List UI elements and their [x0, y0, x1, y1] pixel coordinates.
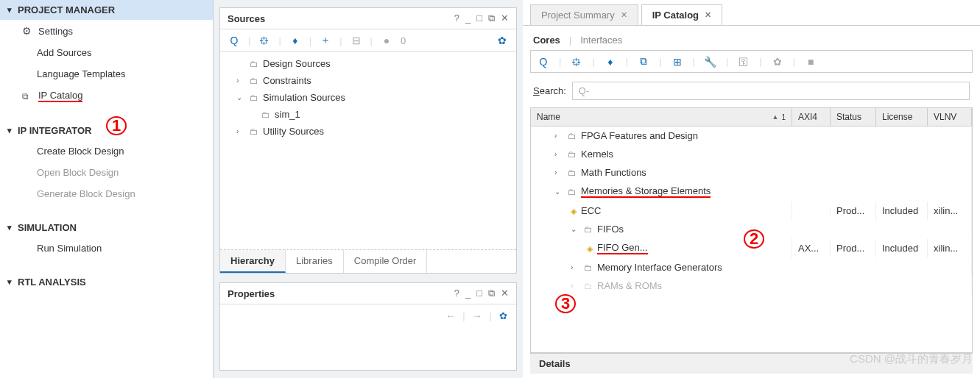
restore-icon[interactable]: □ [476, 288, 482, 299]
restore-icon[interactable]: □ [476, 13, 482, 24]
ip-folder-memories[interactable]: ⌄🗀Memories & Storage Elements [531, 182, 972, 202]
nav-run-simulation[interactable]: Run Simulation [0, 238, 213, 259]
search-input[interactable]: Q- [572, 82, 970, 100]
panel-title: Properties [228, 288, 275, 299]
search-icon[interactable]: Q [537, 56, 550, 68]
stop-icon[interactable]: ■ [804, 56, 817, 68]
col-license[interactable]: License [876, 108, 928, 126]
expand-icon[interactable]: ♦ [604, 56, 617, 68]
tree-sim-1[interactable]: 🗀 sim_1 [220, 106, 516, 123]
wrench-icon[interactable]: 🔧 [704, 56, 717, 68]
tab-ip-catalog[interactable]: IP Catalog ✕ [641, 4, 722, 25]
chevron-down-icon: ▾ [7, 126, 12, 135]
ip-item-fifo-generator[interactable]: FIFO Gen... AX... Prod... Included xilin… [531, 238, 972, 258]
ip-grid-header: Name ▲ 1 AXI4 Status License VLNV [530, 107, 973, 126]
circle-icon[interactable]: ● [380, 35, 393, 46]
tree-simulation-sources[interactable]: ⌄ 🗀 Simulation Sources [220, 89, 516, 106]
help-icon[interactable]: ? [454, 13, 459, 24]
folder-icon: 🗀 [250, 126, 258, 137]
ip-grid-body: ›🗀FPGA Features and Design ›🗀Kernels ›🗀M… [530, 126, 973, 353]
close-icon[interactable]: ✕ [621, 10, 627, 20]
close-icon[interactable]: ✕ [501, 13, 509, 24]
col-axi4[interactable]: AXI4 [792, 108, 831, 126]
sources-tree: 🗀 Design Sources › 🗀 Constraints ⌄ 🗀 Sim… [220, 52, 516, 249]
key-icon[interactable]: ⚿ [737, 56, 750, 68]
add-icon[interactable]: ＋ [319, 34, 332, 47]
ip-chip-icon [571, 205, 577, 216]
customize-icon[interactable]: ⊞ [671, 56, 684, 68]
subtab-interfaces[interactable]: Interfaces [580, 35, 622, 46]
nav-label: Generate Block Design [37, 188, 135, 199]
details-header[interactable]: Details [530, 353, 973, 374]
chevron-right-icon: › [236, 76, 245, 85]
ip-folder-row[interactable]: ›🗀Memory Interface Generators [531, 258, 972, 277]
section-label: RTL ANALYSIS [18, 277, 86, 288]
maximize-icon[interactable]: ⧉ [488, 288, 495, 299]
tree-utility-sources[interactable]: › 🗀 Utility Sources [220, 123, 516, 140]
tree-label: Constraints [263, 75, 311, 86]
ip-folder-row[interactable]: ›🗀Kernels [531, 145, 972, 163]
collapse-all-icon[interactable]: ⯐ [258, 35, 271, 46]
close-icon[interactable]: ✕ [501, 288, 509, 299]
nav-open-block-design[interactable]: Open Block Design [0, 162, 213, 183]
close-icon[interactable]: ✕ [705, 10, 711, 20]
nav-label: Create Block Design [37, 146, 124, 157]
nav-ip-catalog[interactable]: IP Catalog [0, 85, 213, 107]
ip-folder-row[interactable]: ›🗀RAMs & ROMs [531, 277, 972, 295]
tree-design-sources[interactable]: 🗀 Design Sources [220, 55, 516, 72]
expand-icon[interactable]: ♦ [289, 35, 302, 46]
ip-icon [22, 90, 32, 101]
ip-folder-row[interactable]: ›🗀FPGA Features and Design [531, 126, 972, 145]
col-vlnv[interactable]: VLNV [928, 108, 972, 126]
nav-label: Settings [38, 26, 73, 37]
nav-label: Language Templates [37, 68, 125, 79]
tree-label: Design Sources [263, 58, 331, 69]
collapse-all-icon[interactable]: ⯐ [570, 56, 583, 68]
show-icon[interactable]: ⊟ [350, 35, 363, 46]
gear-icon[interactable]: ✿ [771, 56, 784, 68]
nav-add-sources[interactable]: Add Sources [0, 42, 213, 63]
gear-icon [22, 25, 32, 37]
search-row: Search: Q- [530, 79, 973, 107]
tree-constraints[interactable]: › 🗀 Constraints [220, 72, 516, 89]
tab-compile-order[interactable]: Compile Order [344, 250, 428, 273]
properties-titlebar: Properties ? _ □ ⧉ ✕ [220, 283, 516, 304]
nav-label: IP Catalog [38, 90, 82, 102]
minimize-icon[interactable]: _ [465, 288, 470, 299]
group-icon[interactable]: ⧉ [637, 55, 650, 68]
ip-folder-row[interactable]: ›🗀Math Functions [531, 163, 972, 182]
sources-panel: Sources ? _ □ ⧉ ✕ Q | ⯐ | ♦ | ＋ | ⊟ | [219, 7, 517, 274]
back-icon[interactable]: ← [445, 310, 455, 321]
subtab-cores[interactable]: Cores [533, 35, 560, 46]
folder-icon: 🗀 [250, 59, 258, 69]
help-icon[interactable]: ? [454, 288, 459, 299]
section-project-manager[interactable]: ▾ PROJECT MANAGER [0, 0, 213, 20]
nav-settings[interactable]: Settings [0, 20, 213, 42]
settings-icon[interactable]: ✿ [496, 35, 509, 46]
nav-create-block-design[interactable]: Create Block Design [0, 140, 213, 162]
ip-chip-icon [587, 243, 593, 254]
sort-asc-icon: ▲ [772, 113, 779, 121]
minimize-icon[interactable]: _ [465, 13, 470, 24]
ip-catalog-body: Cores | Interfaces Q | ⯐ | ♦ | ⧉ | ⊞ | 🔧… [523, 25, 980, 378]
section-ip-integrator[interactable]: ▾ IP INTEGRATOR [0, 121, 213, 140]
forward-icon[interactable]: → [473, 310, 482, 321]
nav-label: Open Block Design [37, 167, 119, 178]
ip-item-ecc[interactable]: ECC Prod... Included xilin... [531, 202, 972, 220]
nav-language-templates[interactable]: Language Templates [0, 63, 213, 85]
tab-libraries[interactable]: Libraries [286, 250, 344, 273]
nav-generate-block-design[interactable]: Generate Block Design [0, 183, 213, 204]
tree-label: Simulation Sources [263, 92, 345, 103]
search-icon[interactable]: Q [228, 35, 241, 46]
ip-folder-fifos[interactable]: ⌄🗀FIFOs [531, 220, 972, 238]
folder-icon: 🗀 [250, 76, 258, 86]
section-rtl-analysis[interactable]: ▾ RTL ANALYSIS [0, 272, 213, 292]
maximize-icon[interactable]: ⧉ [488, 13, 495, 24]
section-simulation[interactable]: ▾ SIMULATION [0, 218, 213, 238]
section-label: SIMULATION [18, 222, 77, 233]
col-name[interactable]: Name ▲ 1 [531, 108, 792, 126]
tab-project-summary[interactable]: Project Summary ✕ [530, 4, 638, 25]
col-status[interactable]: Status [831, 108, 876, 126]
tab-hierarchy[interactable]: Hierarchy [220, 250, 286, 273]
settings-icon[interactable]: ✿ [499, 310, 507, 321]
